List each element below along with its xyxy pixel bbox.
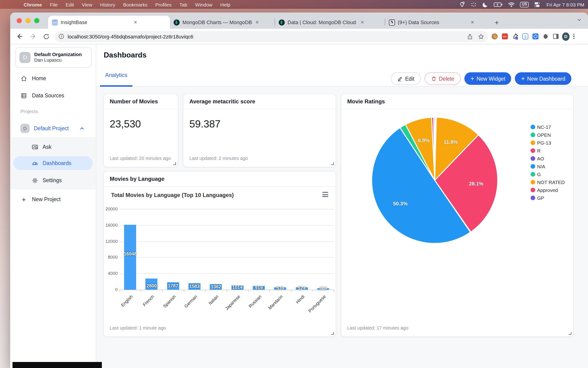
new-dashboard-button[interactable]: + New Dashboard [515, 72, 571, 85]
legend-item-approved[interactable]: Approved [531, 186, 565, 194]
new-widget-button[interactable]: + New Widget [464, 72, 511, 85]
sidebar-new-project-button[interactable]: + New Project [10, 192, 96, 206]
menu-profiles[interactable]: Profiles [155, 2, 172, 7]
tab-insightbase[interactable]: InsightBase × [48, 16, 170, 29]
legend-item-n-a[interactable]: N/A [531, 162, 565, 170]
battery-icon[interactable] [493, 2, 503, 7]
tag-extension-icon[interactable] [532, 33, 538, 39]
forward-icon[interactable] [29, 32, 37, 40]
menu-help[interactable]: Help [220, 2, 230, 7]
browser-menu-icon[interactable] [573, 34, 574, 39]
x-axis-tick [162, 290, 163, 292]
delete-button[interactable]: Delete [425, 72, 461, 85]
resize-handle[interactable] [331, 332, 334, 335]
legend-item-not-rated[interactable]: NOT RATED [531, 178, 565, 186]
widget-value: 23,530 [110, 118, 141, 130]
close-window-button[interactable] [17, 18, 22, 23]
trash-icon [431, 76, 437, 81]
menu-edit[interactable]: Edit [66, 2, 74, 7]
gridline [119, 225, 334, 226]
extensions-puzzle-icon[interactable] [542, 33, 549, 40]
tab-close-icon[interactable]: × [255, 19, 260, 26]
address-bar[interactable]: localhost:3050/org-45bdqbsamafo/project-… [55, 31, 488, 42]
eyedropper-extension-icon[interactable] [511, 33, 518, 40]
new-tab-button[interactable]: + [491, 17, 502, 28]
legend-item-g[interactable]: G [531, 170, 565, 178]
legend-swatch [531, 124, 535, 129]
dots-status-icon[interactable] [470, 1, 477, 8]
share-icon[interactable] [467, 33, 473, 40]
legend-label: GP [537, 195, 544, 201]
menu-file[interactable]: File [50, 2, 58, 7]
tab-analytics[interactable]: Analytics [100, 72, 132, 78]
zoom-window-button[interactable] [34, 18, 39, 23]
organization-switcher[interactable]: D Default Organization Dan Lupascu [15, 47, 92, 68]
new-dashboard-button-label: New Dashboard [527, 76, 565, 81]
menu-tab[interactable]: Tab [179, 2, 187, 7]
menu-chrome[interactable]: Chrome [24, 2, 42, 7]
pie-percent-label: 28.1% [469, 181, 483, 186]
reload-icon[interactable] [43, 33, 50, 40]
edit-button[interactable]: Edit [391, 72, 421, 85]
bookmark-star-icon[interactable] [478, 33, 484, 40]
menu-history[interactable]: History [100, 2, 115, 7]
pie-percent-label: 50.3% [393, 201, 407, 206]
location-pin-icon[interactable] [459, 1, 465, 8]
sidebar-item-settings[interactable]: Settings [10, 173, 96, 187]
legend-item-ao[interactable]: AO [531, 154, 565, 162]
legend-item-pg-13[interactable]: PG-13 [531, 138, 565, 147]
menu-bookmarks[interactable]: Bookmarks [123, 2, 148, 7]
password-extension-icon[interactable]: ••• [502, 33, 508, 39]
legend-label: NOT RATED [537, 179, 565, 185]
sidebar-project-default[interactable]: D Default Project [10, 121, 96, 135]
site-info-icon[interactable] [58, 33, 64, 39]
tab-mongodb-charts[interactable]: MongoDB Charts — MongoDB × [170, 16, 275, 29]
sidebar-item-dashboards[interactable]: Dashboards [13, 156, 93, 170]
json-extension-icon[interactable]: :] [522, 33, 528, 39]
resize-handle[interactable] [569, 332, 571, 335]
legend-swatch [531, 132, 535, 137]
menu-window[interactable]: Window [195, 2, 212, 7]
tab-mongodb-cloud[interactable]: Data | Cloud: MongoDB Cloud × [275, 16, 385, 29]
tab-data-sources[interactable]: N (9+) Data Sources × [385, 16, 489, 29]
legend-item-open[interactable]: OPEN [531, 131, 565, 138]
sidebar-item-ask[interactable]: Ask [10, 140, 96, 154]
tab-search-chevron-icon[interactable] [576, 17, 582, 23]
mongodb-favicon [279, 19, 285, 25]
bar-english[interactable] [124, 225, 136, 290]
home-icon [20, 75, 27, 82]
resize-handle[interactable] [173, 162, 176, 165]
input-source-badge[interactable]: US [520, 2, 529, 7]
tab-close-icon[interactable]: × [470, 19, 475, 26]
y-axis-tick-label: 8000 [104, 255, 118, 260]
x-axis-tick [248, 290, 249, 292]
gridline [119, 274, 334, 274]
menu-view[interactable]: View [82, 2, 92, 7]
sidebar-item-data-sources[interactable]: Data Sources [10, 89, 96, 102]
browser-profile-avatar[interactable]: D [562, 32, 570, 41]
legend-item-r[interactable]: R [531, 147, 565, 154]
sidebar-item-label: Data Sources [32, 93, 64, 98]
wifi-icon[interactable] [508, 2, 515, 7]
sidebar-panel-icon[interactable] [552, 33, 559, 40]
legend-item-gp[interactable]: GP [531, 194, 565, 202]
url-text[interactable]: localhost:3050/org-45bdqbsamafo/project-… [68, 34, 467, 39]
tab-title: InsightBase [61, 19, 130, 25]
menu-bar-clock[interactable]: Fri Apr 7 8:03 PM [547, 2, 584, 7]
sidebar-item-label: Dashboards [43, 160, 71, 166]
minimize-window-button[interactable] [26, 18, 31, 23]
bar-value-label: 366 [309, 286, 337, 291]
chevron-up-icon[interactable] [79, 126, 85, 131]
x-axis-tick [227, 290, 227, 292]
do-not-disturb-moon-icon[interactable] [482, 1, 488, 8]
back-icon[interactable] [16, 32, 24, 40]
sidebar-item-home[interactable]: Home [10, 71, 96, 85]
legend-item-nc-17[interactable]: NC-17 [531, 123, 565, 131]
widget-title: Movie Ratings [341, 94, 573, 109]
control-center-icon[interactable] [534, 1, 541, 8]
tab-close-icon[interactable]: × [133, 19, 138, 26]
chart-menu-icon[interactable] [322, 192, 328, 197]
tab-close-icon[interactable]: × [360, 19, 365, 26]
resize-handle[interactable] [331, 162, 334, 165]
cookie-extension-icon[interactable] [491, 33, 498, 39]
